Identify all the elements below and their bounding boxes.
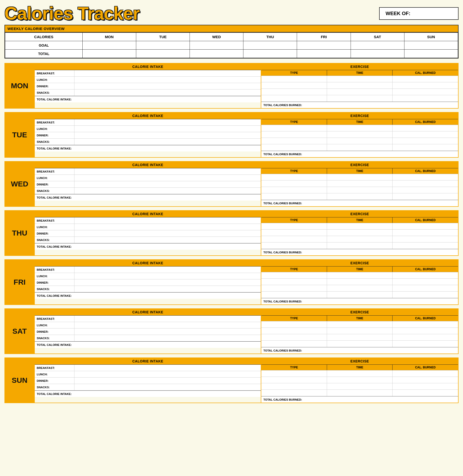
intake-row-value[interactable]: [74, 286, 261, 292]
exercise-cell[interactable]: [261, 223, 327, 229]
exercise-cell[interactable]: [261, 236, 327, 242]
intake-row-value[interactable]: [74, 175, 261, 181]
intake-row-value[interactable]: [74, 126, 261, 132]
exercise-cell[interactable]: [261, 377, 327, 383]
exercise-cell[interactable]: [261, 334, 327, 340]
overview-cell[interactable]: [404, 50, 458, 58]
exercise-cell[interactable]: [261, 144, 327, 151]
intake-row-value[interactable]: [74, 139, 261, 145]
intake-row-value[interactable]: [74, 322, 261, 328]
intake-row-value[interactable]: [74, 217, 261, 224]
exercise-cell[interactable]: [327, 377, 393, 383]
exercise-cell[interactable]: [393, 82, 458, 89]
exercise-cell[interactable]: [393, 76, 458, 82]
exercise-cell[interactable]: [327, 138, 393, 144]
exercise-cell[interactable]: [393, 89, 458, 95]
intake-row-value[interactable]: [74, 267, 261, 273]
intake-row-value[interactable]: [74, 181, 261, 187]
exercise-cell[interactable]: [393, 144, 458, 151]
exercise-cell[interactable]: [393, 341, 458, 347]
overview-cell[interactable]: [351, 41, 404, 50]
intake-row-value[interactable]: [74, 132, 261, 138]
overview-cell[interactable]: [82, 41, 136, 50]
exercise-cell[interactable]: [393, 285, 458, 291]
exercise-cell[interactable]: [327, 236, 393, 242]
overview-cell[interactable]: [190, 41, 243, 50]
overview-cell[interactable]: [351, 50, 404, 58]
exercise-cell[interactable]: [261, 341, 327, 347]
exercise-cell[interactable]: [327, 180, 393, 187]
intake-row-value[interactable]: [74, 365, 261, 371]
exercise-cell[interactable]: [327, 272, 393, 278]
intake-row-value[interactable]: [74, 89, 261, 96]
overview-cell[interactable]: [136, 50, 190, 58]
exercise-cell[interactable]: [393, 334, 458, 340]
intake-row-value[interactable]: [74, 316, 261, 322]
intake-row-value[interactable]: [74, 188, 261, 194]
exercise-cell[interactable]: [393, 242, 458, 249]
exercise-cell[interactable]: [393, 236, 458, 242]
exercise-cell[interactable]: [327, 131, 393, 138]
exercise-cell[interactable]: [393, 187, 458, 193]
exercise-cell[interactable]: [393, 223, 458, 229]
intake-row-value[interactable]: [74, 279, 261, 286]
intake-row-value[interactable]: [74, 168, 261, 175]
intake-row-value[interactable]: [74, 230, 261, 237]
exercise-cell[interactable]: [261, 242, 327, 249]
exercise-cell[interactable]: [261, 230, 327, 236]
exercise-cell[interactable]: [327, 321, 393, 327]
exercise-cell[interactable]: [327, 285, 393, 291]
exercise-cell[interactable]: [327, 76, 393, 82]
intake-row-value[interactable]: [74, 273, 261, 279]
overview-cell[interactable]: [297, 50, 351, 58]
exercise-cell[interactable]: [261, 95, 327, 102]
exercise-cell[interactable]: [327, 125, 393, 131]
exercise-cell[interactable]: [393, 377, 458, 383]
exercise-cell[interactable]: [393, 390, 458, 396]
overview-cell[interactable]: [243, 50, 297, 58]
exercise-cell[interactable]: [327, 292, 393, 298]
exercise-cell[interactable]: [261, 76, 327, 82]
exercise-cell[interactable]: [261, 131, 327, 138]
exercise-cell[interactable]: [327, 383, 393, 389]
exercise-cell[interactable]: [261, 279, 327, 285]
exercise-cell[interactable]: [327, 95, 393, 102]
exercise-cell[interactable]: [327, 328, 393, 334]
exercise-cell[interactable]: [261, 285, 327, 291]
exercise-cell[interactable]: [261, 180, 327, 187]
exercise-cell[interactable]: [261, 272, 327, 278]
intake-row-value[interactable]: [74, 224, 261, 230]
exercise-cell[interactable]: [393, 95, 458, 102]
intake-row-value[interactable]: [74, 77, 261, 83]
exercise-cell[interactable]: [327, 334, 393, 340]
exercise-cell[interactable]: [327, 242, 393, 249]
overview-cell[interactable]: [136, 41, 190, 50]
exercise-cell[interactable]: [393, 383, 458, 389]
exercise-cell[interactable]: [261, 82, 327, 89]
exercise-cell[interactable]: [327, 82, 393, 89]
intake-row-value[interactable]: [74, 70, 261, 76]
overview-cell[interactable]: [82, 50, 136, 58]
exercise-cell[interactable]: [393, 230, 458, 236]
intake-row-value[interactable]: [74, 328, 261, 335]
exercise-cell[interactable]: [261, 390, 327, 396]
exercise-cell[interactable]: [327, 89, 393, 95]
exercise-cell[interactable]: [327, 279, 393, 285]
exercise-cell[interactable]: [393, 174, 458, 180]
exercise-cell[interactable]: [393, 321, 458, 327]
exercise-cell[interactable]: [393, 292, 458, 298]
intake-row-value[interactable]: [74, 384, 261, 390]
overview-cell[interactable]: [404, 41, 458, 50]
exercise-cell[interactable]: [261, 370, 327, 377]
exercise-cell[interactable]: [327, 230, 393, 236]
exercise-cell[interactable]: [261, 328, 327, 334]
exercise-cell[interactable]: [261, 383, 327, 389]
exercise-cell[interactable]: [327, 187, 393, 193]
exercise-cell[interactable]: [393, 272, 458, 278]
exercise-cell[interactable]: [393, 328, 458, 334]
exercise-cell[interactable]: [327, 341, 393, 347]
intake-row-value[interactable]: [74, 237, 261, 243]
exercise-cell[interactable]: [261, 321, 327, 327]
overview-cell[interactable]: [190, 50, 243, 58]
exercise-cell[interactable]: [261, 89, 327, 95]
